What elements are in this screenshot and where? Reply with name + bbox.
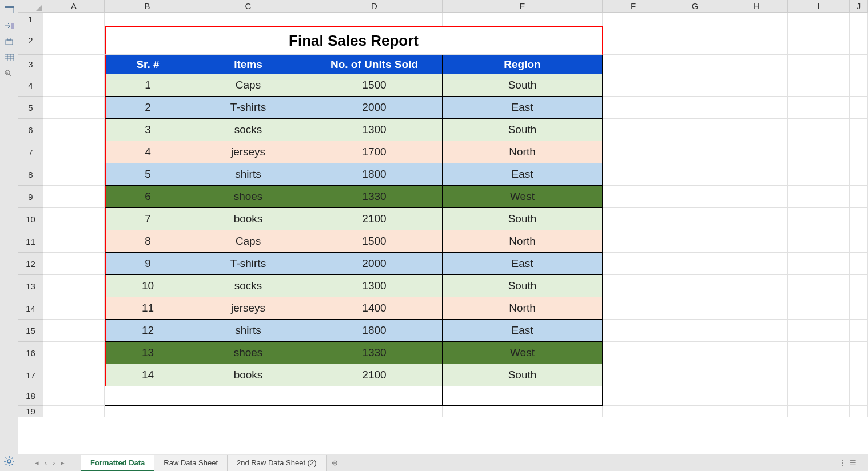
cell-blank[interactable] bbox=[603, 342, 664, 364]
cell-blank[interactable] bbox=[788, 386, 850, 406]
rail-icon-4[interactable] bbox=[4, 54, 14, 62]
header-sr[interactable]: Sr. # bbox=[105, 55, 190, 74]
data-units[interactable]: 1330 bbox=[306, 342, 443, 364]
data-sr[interactable]: 5 bbox=[105, 163, 190, 186]
cell-A9[interactable] bbox=[43, 186, 105, 208]
data-sr[interactable]: 1 bbox=[105, 74, 190, 97]
cell-blank[interactable] bbox=[726, 230, 788, 253]
cell-blank[interactable] bbox=[726, 26, 788, 55]
cell-blank[interactable] bbox=[603, 253, 664, 275]
cell-blank[interactable] bbox=[850, 230, 868, 253]
data-region[interactable]: North bbox=[443, 141, 603, 163]
cell-blank[interactable] bbox=[788, 406, 850, 417]
cell-blank[interactable] bbox=[850, 208, 868, 230]
row-header-7[interactable]: 7 bbox=[18, 141, 43, 163]
cell-blank[interactable] bbox=[603, 141, 664, 163]
cell-blank[interactable] bbox=[850, 74, 868, 97]
col-header-F[interactable]: F bbox=[603, 0, 664, 12]
cell-blank[interactable] bbox=[664, 55, 726, 74]
cell-blank[interactable] bbox=[850, 186, 868, 208]
cell-blank[interactable] bbox=[850, 253, 868, 275]
cell-blank[interactable] bbox=[788, 13, 850, 26]
cell-blank[interactable] bbox=[850, 342, 868, 364]
cell-blank[interactable] bbox=[603, 119, 664, 141]
data-units[interactable]: 1400 bbox=[306, 297, 443, 320]
cell-blank[interactable] bbox=[603, 55, 664, 74]
cell-blank[interactable] bbox=[726, 55, 788, 74]
settings-gear-icon[interactable] bbox=[4, 456, 14, 466]
cell-blank[interactable] bbox=[664, 74, 726, 97]
cell-blank[interactable] bbox=[788, 26, 850, 55]
data-region[interactable]: South bbox=[443, 208, 603, 230]
col-header-B[interactable]: B bbox=[105, 0, 190, 12]
row-header-16[interactable]: 16 bbox=[18, 342, 43, 364]
cell-blank[interactable] bbox=[726, 275, 788, 297]
data-item[interactable]: T-shirts bbox=[190, 253, 306, 275]
cell-C18[interactable] bbox=[190, 386, 306, 406]
cell-blank[interactable] bbox=[43, 13, 105, 26]
cell-blank[interactable] bbox=[43, 406, 105, 417]
cell-blank[interactable] bbox=[664, 275, 726, 297]
cell-blank[interactable] bbox=[603, 406, 664, 417]
cell-blank[interactable] bbox=[664, 208, 726, 230]
cell-blank[interactable] bbox=[788, 320, 850, 342]
row-header-10[interactable]: 10 bbox=[18, 208, 43, 230]
cell-blank[interactable] bbox=[788, 342, 850, 364]
cell-blank[interactable] bbox=[603, 386, 664, 406]
cell-blank[interactable] bbox=[664, 230, 726, 253]
data-sr[interactable]: 11 bbox=[105, 297, 190, 320]
row-header-14[interactable]: 14 bbox=[18, 297, 43, 320]
cell-blank[interactable] bbox=[726, 342, 788, 364]
cell-A11[interactable] bbox=[43, 230, 105, 253]
data-sr[interactable]: 14 bbox=[105, 364, 190, 386]
tab-nav-last-icon[interactable]: ▸ bbox=[61, 458, 65, 467]
select-all-corner[interactable] bbox=[18, 0, 43, 13]
row-header-18[interactable]: 18 bbox=[18, 386, 43, 406]
data-sr[interactable]: 2 bbox=[105, 97, 190, 119]
cell-blank[interactable] bbox=[788, 364, 850, 386]
spreadsheet-grid[interactable]: A B C D E F G H I J 12 Final Sales Repor… bbox=[18, 0, 868, 454]
cell-blank[interactable] bbox=[306, 406, 443, 417]
cell-blank[interactable] bbox=[726, 163, 788, 186]
col-header-G[interactable]: G bbox=[664, 0, 726, 12]
cell-blank[interactable] bbox=[850, 297, 868, 320]
data-item[interactable]: books bbox=[190, 364, 306, 386]
cell-A12[interactable] bbox=[43, 253, 105, 275]
report-title[interactable]: Final Sales Report bbox=[105, 26, 603, 55]
data-region[interactable]: South bbox=[443, 275, 603, 297]
cell-A15[interactable] bbox=[43, 320, 105, 342]
cell-blank[interactable] bbox=[603, 74, 664, 97]
cell-A14[interactable] bbox=[43, 297, 105, 320]
data-item[interactable]: socks bbox=[190, 119, 306, 141]
data-region[interactable]: East bbox=[443, 163, 603, 186]
cell-blank[interactable] bbox=[603, 97, 664, 119]
cell-blank[interactable] bbox=[726, 74, 788, 97]
cell-A3[interactable] bbox=[43, 55, 105, 74]
cell-blank[interactable] bbox=[603, 297, 664, 320]
data-region[interactable]: South bbox=[443, 74, 603, 97]
data-sr[interactable]: 8 bbox=[105, 230, 190, 253]
col-header-I[interactable]: I bbox=[788, 0, 850, 12]
cell-blank[interactable] bbox=[664, 97, 726, 119]
cell-blank[interactable] bbox=[726, 119, 788, 141]
data-region[interactable]: West bbox=[443, 186, 603, 208]
row-header-19[interactable]: 19 bbox=[18, 406, 43, 417]
cell-blank[interactable] bbox=[664, 386, 726, 406]
tab-nav-first-icon[interactable]: ◂ bbox=[35, 458, 39, 467]
data-region[interactable]: North bbox=[443, 297, 603, 320]
cell-A7[interactable] bbox=[43, 141, 105, 163]
rail-icon-2[interactable] bbox=[4, 22, 14, 30]
cell-blank[interactable] bbox=[850, 275, 868, 297]
data-item[interactable]: jerseys bbox=[190, 297, 306, 320]
cell-A10[interactable] bbox=[43, 208, 105, 230]
col-header-J[interactable]: J bbox=[850, 0, 868, 12]
cell-blank[interactable] bbox=[726, 186, 788, 208]
cell-blank[interactable] bbox=[850, 320, 868, 342]
cell-blank[interactable] bbox=[788, 163, 850, 186]
cell-blank[interactable] bbox=[603, 320, 664, 342]
cell-blank[interactable] bbox=[726, 386, 788, 406]
cell-blank[interactable] bbox=[664, 253, 726, 275]
cell-blank[interactable] bbox=[850, 141, 868, 163]
data-region[interactable]: South bbox=[443, 364, 603, 386]
cell-blank[interactable] bbox=[603, 13, 664, 26]
